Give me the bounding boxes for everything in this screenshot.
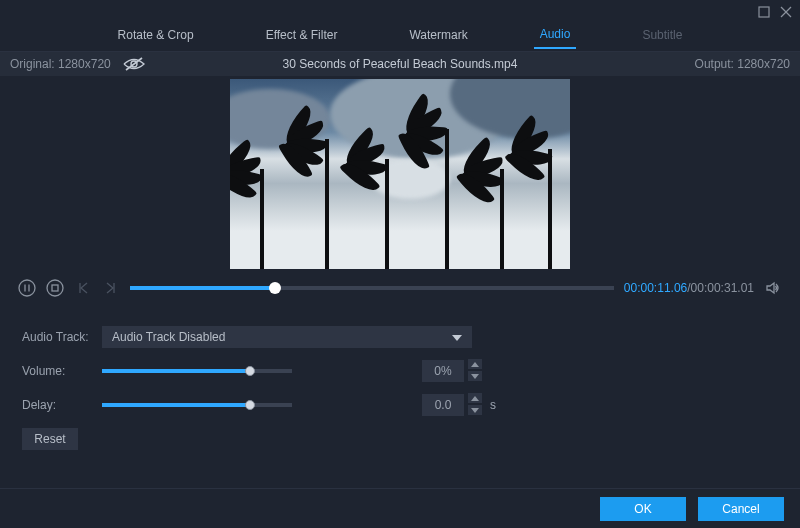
svg-point-8 [47,280,63,296]
volume-icon[interactable] [764,279,782,297]
tab-watermark[interactable]: Watermark [403,28,473,48]
svg-marker-16 [471,396,479,401]
playback-bar: 00:00:11.06/00:00:31.01 [0,272,800,304]
tab-effect-filter[interactable]: Effect & Filter [260,28,344,48]
audio-track-select[interactable]: Audio Track Disabled [102,326,472,348]
current-time: 00:00:11.06 [624,281,687,295]
play-pause-button[interactable] [18,279,36,297]
ok-button[interactable]: OK [600,497,686,521]
svg-rect-0 [759,7,769,17]
next-frame-button[interactable] [102,279,120,297]
duration: 00:00:31.01 [691,281,754,295]
volume-label: Volume: [22,364,102,378]
volume-value[interactable]: 0% [422,360,464,382]
original-resolution-label: Original: 1280x720 [10,57,111,71]
filename-label: 30 Seconds of Peaceful Beach Sounds.mp4 [283,57,518,71]
timecode: 00:00:11.06/00:00:31.01 [624,281,754,295]
svg-marker-15 [471,374,479,379]
preview-visibility-icon[interactable] [123,57,145,71]
svg-rect-9 [52,285,58,291]
svg-marker-17 [471,408,479,413]
maximize-button[interactable] [758,6,770,18]
cancel-button[interactable]: Cancel [698,497,784,521]
stop-button[interactable] [46,279,64,297]
svg-marker-14 [471,362,479,367]
audio-track-value: Audio Track Disabled [112,330,225,344]
close-button[interactable] [780,6,792,18]
dialog-footer: OK Cancel [0,488,800,528]
reset-button[interactable]: Reset [22,428,78,450]
volume-step-up[interactable] [468,359,482,369]
svg-marker-13 [452,335,462,341]
video-preview [230,79,570,269]
svg-marker-12 [767,283,774,293]
chevron-down-icon [452,330,462,344]
editor-tabs: Rotate & Crop Effect & Filter Watermark … [0,24,800,52]
delay-label: Delay: [22,398,102,412]
audio-track-label: Audio Track: [22,330,102,344]
delay-unit: s [490,398,496,412]
tab-subtitle[interactable]: Subtitle [636,28,688,48]
volume-slider[interactable] [102,369,292,373]
tab-rotate-crop[interactable]: Rotate & Crop [112,28,200,48]
delay-slider[interactable] [102,403,292,407]
prev-frame-button[interactable] [74,279,92,297]
audio-controls: Audio Track: Audio Track Disabled Volume… [0,304,800,458]
delay-step-up[interactable] [468,393,482,403]
delay-step-down[interactable] [468,405,482,415]
seek-slider[interactable] [130,286,614,290]
svg-point-5 [19,280,35,296]
volume-step-down[interactable] [468,371,482,381]
output-resolution-label: Output: 1280x720 [695,57,790,71]
tab-audio[interactable]: Audio [534,27,577,49]
file-info-bar: Original: 1280x720 30 Seconds of Peacefu… [0,52,800,76]
delay-value[interactable]: 0.0 [422,394,464,416]
